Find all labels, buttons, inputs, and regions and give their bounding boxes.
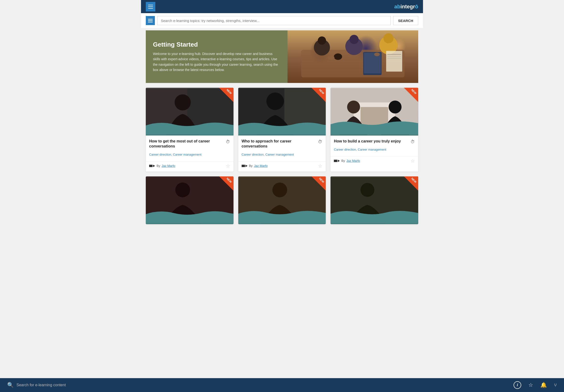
card-3-timer-icon: ⏱: [411, 139, 415, 144]
svg-point-21: [175, 94, 191, 111]
card-1-author-name[interactable]: Jaz Marfo: [162, 164, 175, 168]
card-1-video-icon: [149, 165, 155, 167]
card-6-thumbnail: NEW: [330, 176, 418, 224]
card-4-badge-text: NEW: [226, 177, 233, 183]
card-2-footer: By Jaz Marfo ☆: [238, 161, 326, 172]
card-3-author: By Jaz Marfo: [334, 159, 360, 163]
svg-point-30: [389, 101, 401, 113]
svg-point-33: [175, 182, 190, 197]
card-3-thumbnail: NEW: [330, 88, 418, 136]
logo-i: ō: [415, 4, 418, 10]
card-3-video-icon: [334, 160, 340, 162]
hero-image-decoration: [288, 30, 418, 83]
card-5-image: [238, 176, 326, 224]
logo-integro: integr: [400, 4, 415, 10]
svg-point-39: [361, 183, 374, 197]
hero-banner: Getting Started Welcome to your e-learni…: [146, 30, 418, 83]
card-1-tag-link[interactable]: Career direction, Career management: [149, 153, 201, 156]
hamburger-menu-button[interactable]: [146, 2, 155, 12]
card-1-author: By Jaz Marfo: [149, 164, 175, 168]
hero-image-panel: [288, 30, 418, 83]
svg-point-36: [272, 182, 287, 197]
hamburger-line-3: [148, 8, 153, 9]
svg-point-17: [328, 56, 335, 60]
card-4[interactable]: NEW: [146, 176, 234, 224]
card-1-favorite-star[interactable]: ☆: [226, 163, 230, 169]
card-5-badge-text: NEW: [318, 177, 325, 183]
card-5-thumbnail: NEW: [238, 176, 326, 224]
hamburger-line-1: [148, 5, 153, 5]
card-3-image: [330, 88, 418, 136]
card-2-badge-text: NEW: [318, 88, 325, 95]
search-input[interactable]: [157, 16, 391, 25]
card-2-timer-icon: ⏱: [318, 139, 322, 144]
svg-point-25: [266, 93, 284, 110]
card-1-image: [146, 88, 234, 136]
card-1-title: How to get the most out of career conver…: [149, 139, 224, 149]
svg-point-5: [318, 37, 326, 45]
svg-point-9: [383, 33, 393, 43]
video-square-3: [334, 160, 337, 162]
hero-image-svg: [288, 30, 418, 83]
search-area: SEARCH: [141, 13, 423, 28]
card-2-favorite-star[interactable]: ☆: [318, 163, 322, 169]
svg-rect-2: [148, 22, 153, 22]
video-triangle: [153, 165, 155, 167]
logo: abintegrō: [394, 4, 418, 10]
card-6[interactable]: NEW: [330, 176, 418, 224]
card-2-author: By Jaz Marfo: [242, 164, 268, 168]
card-3-by-label: By: [341, 159, 345, 163]
card-2[interactable]: NEW Who to approach for career conversat…: [238, 88, 326, 172]
svg-rect-13: [386, 51, 402, 71]
logo-ab: ab: [394, 4, 400, 10]
card-3-badge-text: NEW: [411, 88, 417, 95]
card-3-tags: Career direction, Career management: [334, 146, 415, 152]
cards-grid: NEW How to get the most out of career co…: [141, 85, 423, 227]
card-1-body: How to get the most out of career conver…: [146, 136, 234, 161]
hero-description: Welcome to your e-learning hub. Discover…: [153, 51, 280, 73]
card-2-title: Who to approach for career conversations: [242, 139, 316, 149]
card-1-thumbnail: NEW: [146, 88, 234, 136]
card-1-by-label: By: [157, 164, 160, 168]
card-3-tag-link[interactable]: Career direction, Career management: [334, 148, 386, 151]
card-2-by-label: By: [249, 164, 253, 168]
card-3[interactable]: NEW How to build a career you truly enjo…: [330, 88, 418, 172]
menu-lines-icon: [148, 18, 153, 23]
card-2-tag-link[interactable]: Career direction, Career management: [242, 153, 294, 156]
card-6-image: [330, 176, 418, 224]
video-square-2: [242, 165, 245, 167]
svg-point-7: [349, 35, 358, 44]
svg-point-29: [347, 101, 360, 113]
svg-rect-0: [148, 19, 153, 20]
video-triangle-2: [246, 165, 248, 167]
card-3-author-name[interactable]: Jaz Marfo: [346, 159, 360, 163]
card-2-video-icon: [242, 165, 248, 167]
hero-text-panel: Getting Started Welcome to your e-learni…: [146, 30, 288, 83]
card-4-thumbnail: NEW: [146, 176, 234, 224]
card-4-image: [146, 176, 234, 224]
svg-rect-1: [148, 20, 153, 21]
card-6-badge-text: NEW: [411, 177, 417, 183]
card-1-timer-icon: ⏱: [226, 139, 230, 144]
search-menu-button[interactable]: [146, 16, 155, 25]
hamburger-line-2: [148, 6, 153, 7]
card-3-favorite-star[interactable]: ☆: [411, 158, 415, 164]
card-5[interactable]: NEW: [238, 176, 326, 224]
top-navigation: abintegrō: [141, 0, 423, 13]
card-2-body: Who to approach for career conversations…: [238, 136, 326, 161]
card-1-tags: Career direction, Career management: [149, 151, 230, 156]
svg-point-10: [334, 54, 342, 60]
search-button[interactable]: SEARCH: [393, 16, 418, 25]
card-2-author-name[interactable]: Jaz Marfo: [254, 164, 268, 168]
card-1-footer: By Jaz Marfo ☆: [146, 161, 234, 172]
hero-title: Getting Started: [153, 41, 280, 48]
svg-point-18: [374, 53, 380, 56]
card-3-body: How to build a career you truly enjoy ⏱ …: [330, 136, 418, 156]
card-2-thumbnail: NEW: [238, 88, 326, 136]
card-2-tags: Career direction, Career management: [242, 151, 323, 156]
video-triangle-3: [338, 160, 340, 162]
card-3-title: How to build a career you truly enjoy: [334, 139, 409, 144]
video-square: [149, 165, 152, 167]
card-3-footer: By Jaz Marfo ☆: [330, 156, 418, 167]
card-1[interactable]: NEW How to get the most out of career co…: [146, 88, 234, 172]
